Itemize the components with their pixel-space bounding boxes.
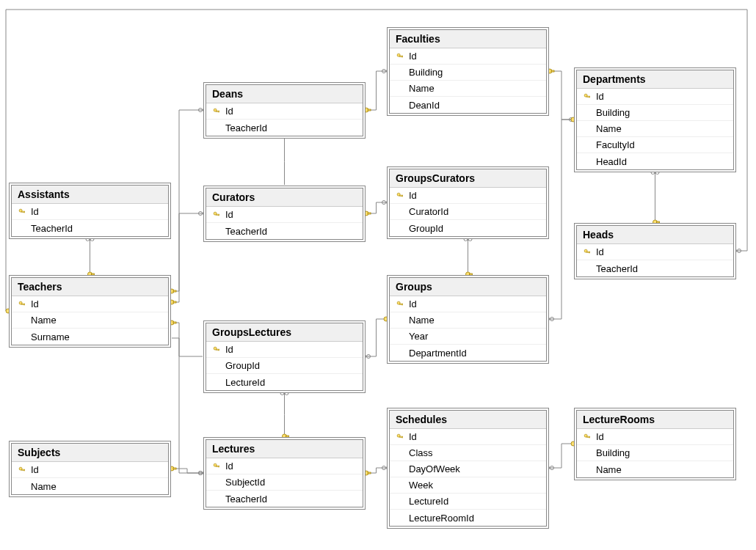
svg-point-8 bbox=[651, 171, 655, 175]
table-column: Id bbox=[206, 103, 363, 120]
table-column: TeacherId bbox=[206, 491, 363, 507]
table-title: Lectures bbox=[206, 440, 363, 458]
svg-point-14 bbox=[382, 201, 386, 205]
svg-rect-84 bbox=[589, 252, 590, 253]
table-faculties[interactable]: FacultiesIdBuildingNameDeanId bbox=[389, 29, 547, 114]
primary-key-icon bbox=[211, 463, 222, 470]
table-column: Building bbox=[577, 105, 733, 121]
svg-point-61 bbox=[738, 249, 741, 253]
column-name: LectureId bbox=[222, 377, 265, 388]
table-column: Id bbox=[390, 429, 546, 445]
svg-rect-87 bbox=[24, 304, 25, 305]
primary-key-icon bbox=[16, 301, 28, 308]
column-name: LectureRoomId bbox=[406, 513, 474, 524]
svg-point-10 bbox=[653, 220, 658, 224]
primary-key-icon bbox=[16, 466, 28, 474]
svg-rect-5 bbox=[551, 70, 554, 72]
svg-point-46 bbox=[283, 434, 287, 439]
table-title: Schedules bbox=[390, 411, 546, 429]
table-deans[interactable]: DeansIdTeacherId bbox=[206, 84, 363, 136]
table-groups[interactable]: GroupsIdNameYearDepartmentId bbox=[389, 277, 547, 362]
column-name: DeanId bbox=[406, 100, 440, 111]
svg-rect-75 bbox=[24, 212, 25, 213]
column-name: DayOfWeek bbox=[406, 463, 460, 474]
relationship-line bbox=[172, 323, 203, 473]
svg-rect-72 bbox=[219, 111, 219, 112]
svg-rect-19 bbox=[470, 274, 473, 275]
svg-point-62 bbox=[6, 309, 10, 313]
table-groupslectures[interactable]: GroupsLecturesIdGroupIdLectureId bbox=[206, 323, 363, 391]
column-name: Name bbox=[28, 481, 57, 492]
table-column: DayOfWeek bbox=[390, 461, 546, 477]
svg-point-6 bbox=[570, 118, 573, 122]
column-name: HeadId bbox=[593, 156, 627, 167]
column-name: Name bbox=[593, 464, 622, 475]
relationship-line bbox=[550, 444, 573, 468]
svg-point-17 bbox=[468, 238, 472, 241]
column-name: Id bbox=[222, 461, 233, 472]
table-title: Heads bbox=[577, 226, 733, 244]
table-lecturerooms[interactable]: LectureRoomsIdBuildingName bbox=[576, 410, 734, 478]
relationship-line bbox=[172, 110, 203, 291]
svg-point-45 bbox=[285, 392, 288, 395]
column-name: Id bbox=[406, 190, 417, 201]
svg-point-44 bbox=[280, 392, 284, 395]
svg-point-2 bbox=[382, 70, 386, 73]
relationship-line bbox=[172, 213, 203, 302]
svg-point-28 bbox=[170, 289, 174, 293]
svg-point-18 bbox=[466, 272, 470, 276]
table-title: Groups bbox=[390, 278, 546, 296]
column-name: TeacherId bbox=[593, 263, 638, 274]
table-column: GroupId bbox=[390, 220, 546, 236]
table-column: HeadId bbox=[577, 153, 733, 169]
column-name: Name bbox=[406, 315, 435, 326]
svg-rect-53 bbox=[368, 472, 371, 474]
table-column: Id bbox=[577, 244, 733, 260]
table-title: Subjects bbox=[12, 444, 168, 462]
column-name: TeacherId bbox=[28, 223, 73, 234]
column-name: CuratorId bbox=[406, 206, 448, 217]
primary-key-icon bbox=[581, 93, 593, 100]
table-column: Id bbox=[577, 89, 733, 105]
table-lectures[interactable]: LecturesIdSubjectIdTeacherId bbox=[206, 439, 363, 507]
column-name: GroupId bbox=[222, 360, 260, 371]
svg-point-0 bbox=[364, 108, 368, 112]
table-curators[interactable]: CuratorsIdTeacherId bbox=[206, 188, 363, 240]
svg-rect-1 bbox=[368, 109, 371, 111]
column-name: LectureId bbox=[406, 496, 448, 507]
table-subjects[interactable]: SubjectsIdName bbox=[11, 443, 169, 495]
column-name: TeacherId bbox=[222, 226, 267, 237]
table-assistants[interactable]: AssistantsIdTeacherId bbox=[11, 185, 169, 237]
table-title: Deans bbox=[206, 85, 363, 103]
table-column: TeacherId bbox=[206, 120, 363, 136]
column-name: Id bbox=[28, 206, 39, 217]
table-column: Id bbox=[206, 342, 363, 358]
table-departments[interactable]: DepartmentsIdBuildingNameFacultyIdHeadId bbox=[576, 70, 734, 170]
primary-key-icon bbox=[581, 433, 593, 441]
table-title: Faculties bbox=[390, 30, 546, 48]
table-column: LectureId bbox=[390, 494, 546, 510]
table-column: TeacherId bbox=[206, 223, 363, 239]
table-column: Name bbox=[577, 461, 733, 477]
column-name: DepartmentId bbox=[406, 348, 467, 359]
table-column: LectureId bbox=[206, 374, 363, 390]
table-heads[interactable]: HeadsIdTeacherId bbox=[576, 225, 734, 277]
svg-rect-96 bbox=[24, 470, 25, 471]
svg-rect-29 bbox=[173, 290, 176, 292]
table-schedules[interactable]: SchedulesIdClassDayOfWeekWeekLectureIdLe… bbox=[389, 410, 547, 527]
table-column: Id bbox=[12, 462, 168, 478]
column-name: Building bbox=[593, 447, 630, 458]
svg-point-12 bbox=[364, 211, 368, 216]
table-column: Name bbox=[577, 121, 733, 137]
column-name: Id bbox=[406, 51, 417, 62]
table-column: DepartmentId bbox=[390, 345, 546, 361]
svg-point-32 bbox=[170, 300, 174, 304]
table-column: Id bbox=[390, 188, 546, 204]
table-title: Teachers bbox=[12, 278, 168, 296]
table-groupscurators[interactable]: GroupsCuratorsIdCuratorIdGroupId bbox=[389, 169, 547, 237]
relationship-line bbox=[550, 71, 573, 120]
table-teachers[interactable]: TeachersIdNameSurname bbox=[11, 277, 169, 345]
relationship-line bbox=[366, 319, 386, 356]
column-name: Id bbox=[222, 106, 233, 117]
table-column: Surname bbox=[12, 329, 168, 345]
